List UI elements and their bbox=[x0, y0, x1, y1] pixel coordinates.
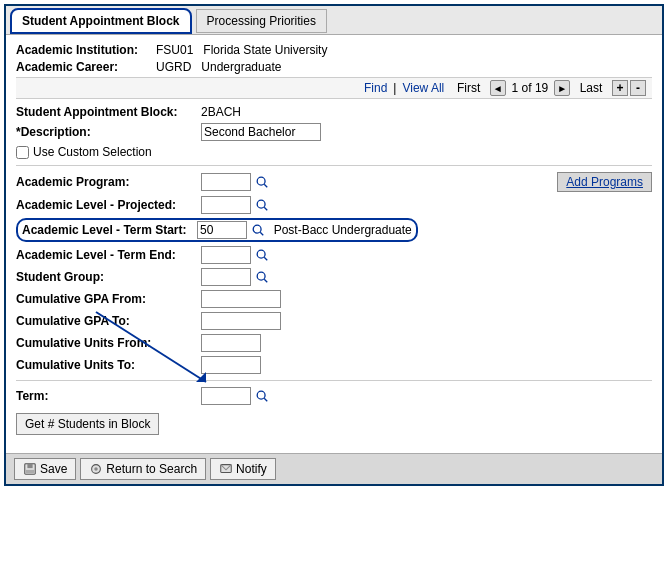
remove-row-btn[interactable]: - bbox=[630, 80, 646, 96]
use-custom-checkbox[interactable] bbox=[16, 146, 29, 159]
cumulative-units-to-label: Cumulative Units To: bbox=[16, 358, 201, 372]
career-row: Academic Career: UGRD Undergraduate bbox=[16, 60, 652, 74]
cumulative-gpa-from-label: Cumulative GPA From: bbox=[16, 292, 201, 306]
academic-level-term-end-row: Academic Level - Term End: bbox=[16, 246, 652, 264]
svg-point-6 bbox=[257, 250, 265, 258]
svg-line-7 bbox=[264, 257, 267, 260]
svg-point-18 bbox=[95, 467, 99, 471]
main-container: Student Appointment Block Processing Pri… bbox=[4, 4, 664, 486]
svg-line-11 bbox=[264, 398, 267, 401]
career-label: Academic Career: bbox=[16, 60, 156, 74]
career-code: UGRD bbox=[156, 60, 191, 74]
cumulative-gpa-to-row: Cumulative GPA To: bbox=[16, 312, 652, 330]
notify-button[interactable]: Notify bbox=[210, 458, 276, 480]
student-group-input[interactable] bbox=[201, 268, 251, 286]
svg-point-4 bbox=[253, 225, 261, 233]
cumulative-units-from-input[interactable] bbox=[201, 334, 261, 352]
academic-program-row: Academic Program: Add Programs bbox=[16, 172, 652, 192]
cumulative-gpa-from-input[interactable] bbox=[201, 290, 281, 308]
nav-bar: Find | View All First ◄ 1 of 19 ► Last +… bbox=[16, 77, 652, 99]
page-info: 1 of 19 bbox=[512, 81, 549, 95]
academic-level-term-start-desc: Post-Bacc Undergraduate bbox=[274, 223, 412, 237]
academic-level-projected-row: Academic Level - Projected: bbox=[16, 196, 652, 214]
svg-rect-15 bbox=[27, 464, 32, 468]
student-group-search-icon[interactable] bbox=[253, 268, 271, 286]
svg-point-0 bbox=[257, 177, 265, 185]
notify-icon bbox=[219, 462, 233, 476]
term-row: Term: bbox=[16, 387, 652, 405]
institution-row: Academic Institution: FSU01 Florida Stat… bbox=[16, 43, 652, 57]
get-students-button[interactable]: Get # Students in Block bbox=[16, 413, 159, 435]
academic-program-label: Academic Program: bbox=[16, 175, 201, 189]
save-button[interactable]: Save bbox=[14, 458, 76, 480]
academic-level-term-start-input[interactable] bbox=[197, 221, 247, 239]
academic-level-term-start-search-icon[interactable] bbox=[249, 221, 267, 239]
first-label: First bbox=[457, 81, 480, 95]
academic-level-term-end-input[interactable] bbox=[201, 246, 251, 264]
cumulative-gpa-to-label: Cumulative GPA To: bbox=[16, 314, 201, 328]
academic-level-projected-search-icon[interactable] bbox=[253, 196, 271, 214]
svg-line-1 bbox=[264, 184, 267, 187]
cumulative-units-to-input[interactable] bbox=[201, 356, 261, 374]
find-link[interactable]: Find bbox=[364, 81, 387, 95]
cumulative-units-from-label: Cumulative Units From: bbox=[16, 336, 201, 350]
tab-processing-priorities[interactable]: Processing Priorities bbox=[196, 9, 327, 33]
academic-program-search-icon[interactable] bbox=[253, 173, 271, 191]
view-all-link[interactable]: View All bbox=[402, 81, 444, 95]
save-icon bbox=[23, 462, 37, 476]
description-label: *Description: bbox=[16, 125, 201, 139]
academic-program-input[interactable] bbox=[201, 173, 251, 191]
cumulative-gpa-to-input[interactable] bbox=[201, 312, 281, 330]
cumulative-gpa-from-row: Cumulative GPA From: bbox=[16, 290, 652, 308]
last-label: Last bbox=[580, 81, 603, 95]
term-input[interactable] bbox=[201, 387, 251, 405]
svg-line-3 bbox=[264, 207, 267, 210]
academic-level-term-start-label: Academic Level - Term Start: bbox=[22, 223, 197, 237]
student-group-row: Student Group: bbox=[16, 268, 652, 286]
appt-block-row: Student Appointment Block: 2BACH bbox=[16, 105, 652, 119]
tab-bar: Student Appointment Block Processing Pri… bbox=[6, 6, 662, 35]
academic-level-projected-label: Academic Level - Projected: bbox=[16, 198, 201, 212]
student-group-label: Student Group: bbox=[16, 270, 201, 284]
svg-point-2 bbox=[257, 200, 265, 208]
academic-level-term-end-label: Academic Level - Term End: bbox=[16, 248, 201, 262]
add-programs-button[interactable]: Add Programs bbox=[557, 172, 652, 192]
svg-point-8 bbox=[257, 272, 265, 280]
add-remove-controls: + - bbox=[612, 80, 646, 96]
svg-line-9 bbox=[264, 279, 267, 282]
description-row: *Description: bbox=[16, 123, 652, 141]
tab-student-appt[interactable]: Student Appointment Block bbox=[10, 8, 192, 34]
add-row-btn[interactable]: + bbox=[612, 80, 628, 96]
term-search-icon[interactable] bbox=[253, 387, 271, 405]
cumulative-units-to-row: Cumulative Units To: bbox=[16, 356, 652, 374]
return-to-search-button[interactable]: Return to Search bbox=[80, 458, 206, 480]
description-input[interactable] bbox=[201, 123, 321, 141]
content-area: Academic Institution: FSU01 Florida Stat… bbox=[6, 35, 662, 447]
institution-name: Florida State University bbox=[203, 43, 327, 57]
svg-rect-16 bbox=[26, 470, 35, 474]
appt-block-value: 2BACH bbox=[201, 105, 241, 119]
use-custom-label: Use Custom Selection bbox=[33, 145, 152, 159]
academic-level-projected-input[interactable] bbox=[201, 196, 251, 214]
academic-level-term-start-highlighted: Academic Level - Term Start: Post-Bacc U… bbox=[16, 218, 418, 242]
term-label: Term: bbox=[16, 389, 201, 403]
appt-block-label: Student Appointment Block: bbox=[16, 105, 201, 119]
prev-btn[interactable]: ◄ bbox=[490, 80, 506, 96]
institution-label: Academic Institution: bbox=[16, 43, 156, 57]
next-btn[interactable]: ► bbox=[554, 80, 570, 96]
footer-bar: Save Return to Search Notify bbox=[6, 453, 662, 484]
academic-level-term-end-search-icon[interactable] bbox=[253, 246, 271, 264]
return-icon bbox=[89, 462, 103, 476]
svg-line-5 bbox=[260, 232, 263, 235]
get-students-row: Get # Students in Block bbox=[16, 409, 652, 435]
career-name: Undergraduate bbox=[201, 60, 281, 74]
custom-selection-row: Use Custom Selection bbox=[16, 145, 652, 159]
cumulative-units-from-row: Cumulative Units From: bbox=[16, 334, 652, 352]
academic-level-term-start-row: Academic Level - Term Start: Post-Bacc U… bbox=[16, 218, 652, 242]
svg-point-10 bbox=[257, 391, 265, 399]
institution-code: FSU01 bbox=[156, 43, 193, 57]
